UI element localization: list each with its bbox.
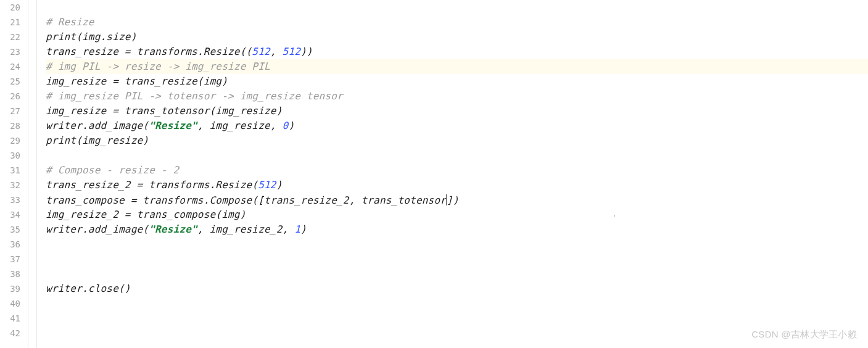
code-line[interactable]: print(img.size): [46, 30, 868, 44]
line-number: 37: [0, 252, 28, 267]
line-number-gutter: 2021222324252627282930313233343536373839…: [0, 0, 28, 348]
code-token: transforms: [137, 46, 197, 57]
code-token: img: [82, 31, 101, 43]
code-token: .: [101, 31, 107, 43]
code-token: (: [197, 75, 204, 87]
code-line[interactable]: writer.close(): [46, 281, 868, 296]
code-token: (: [143, 120, 149, 131]
code-line[interactable]: [46, 326, 868, 341]
code-line[interactable]: print(img_resize): [46, 133, 868, 148]
line-number: 23: [0, 44, 28, 59]
line-number: 20: [0, 0, 28, 15]
code-line[interactable]: # Resize: [46, 15, 868, 30]
text-cursor: [446, 194, 447, 205]
code-token: .: [210, 179, 216, 191]
code-token: "Resize": [149, 120, 197, 131]
line-number: 38: [0, 267, 28, 281]
watermark-text: CSDN @吉林大学王小赖: [751, 329, 857, 341]
code-token: ]: [447, 194, 453, 206]
code-token: Resize: [204, 46, 240, 57]
code-token: print: [46, 135, 76, 146]
code-token: (: [210, 105, 216, 117]
code-area[interactable]: # Resizeprint(img.size)trans_resize = tr…: [37, 0, 868, 348]
artifact-dot: [614, 215, 615, 217]
code-token: ,: [283, 223, 295, 235]
code-token: (: [76, 135, 82, 146]
code-token: trans_totensor: [361, 194, 446, 206]
line-number: 30: [0, 148, 28, 163]
code-token: img_resize_2: [46, 209, 125, 220]
code-line[interactable]: [46, 296, 868, 311]
code-token: img_resize: [82, 135, 143, 146]
code-token: [: [258, 194, 264, 206]
line-number: 24: [0, 59, 28, 74]
code-line[interactable]: [46, 148, 868, 163]
code-line[interactable]: img_resize_2 = trans_compose(img): [46, 207, 868, 222]
code-token: (: [143, 223, 149, 235]
line-number: 42: [0, 326, 28, 341]
code-token: .: [82, 120, 88, 131]
code-token: .: [197, 46, 204, 57]
code-token: (: [252, 179, 258, 191]
code-token: ): [240, 209, 246, 220]
code-token: (: [215, 209, 221, 220]
code-token: ): [300, 223, 307, 235]
code-token: ,: [197, 223, 210, 235]
code-token: img_resize: [46, 75, 112, 87]
code-token: trans_resize_2: [46, 179, 137, 191]
code-line[interactable]: img_resize = trans_totensor(img_resize): [46, 104, 868, 118]
code-token: img_resize: [46, 105, 112, 117]
code-line[interactable]: [46, 311, 868, 326]
code-token: 512: [252, 46, 270, 57]
code-line[interactable]: # Compose - resize - 2: [46, 163, 868, 178]
code-token: .: [82, 223, 88, 235]
code-line[interactable]: # img PIL -> resize -> img_resize PIL: [46, 59, 868, 74]
code-token: (: [252, 194, 258, 206]
line-number: 36: [0, 237, 28, 252]
line-number: 31: [0, 163, 28, 178]
line-number: 41: [0, 311, 28, 326]
code-token: ): [276, 105, 283, 117]
code-token: ((: [240, 46, 252, 57]
code-token: 512: [283, 46, 301, 57]
code-token: # img PIL -> resize -> img_resize PIL: [46, 60, 270, 72]
code-token: trans_compose: [46, 194, 131, 206]
code-line[interactable]: # img_resize PIL -> totensor -> img_resi…: [46, 89, 868, 104]
code-token: 0: [283, 120, 289, 131]
code-token: 1: [294, 223, 300, 235]
code-token: =: [112, 75, 125, 87]
code-token: "Resize": [149, 223, 197, 235]
code-token: .: [204, 194, 210, 206]
code-line[interactable]: [46, 252, 868, 267]
code-line[interactable]: [46, 267, 868, 281]
code-token: =: [112, 105, 125, 117]
code-token: print: [46, 31, 76, 43]
folding-strip: [28, 0, 37, 348]
line-number: 22: [0, 30, 28, 44]
code-token: # Resize: [46, 16, 94, 28]
code-line[interactable]: img_resize = trans_resize(img): [46, 74, 868, 89]
code-token: add_image: [88, 120, 143, 131]
code-token: 512: [258, 179, 276, 191]
line-number: 34: [0, 207, 28, 222]
line-number: 27: [0, 104, 28, 118]
code-token: =: [125, 46, 137, 57]
code-token: # Compose - resize - 2: [46, 164, 179, 176]
code-editor[interactable]: 2021222324252627282930313233343536373839…: [0, 0, 868, 348]
code-line[interactable]: [46, 237, 868, 252]
code-line[interactable]: writer.add_image("Resize", img_resize, 0…: [46, 118, 868, 133]
code-token: )): [300, 46, 313, 57]
code-token: img: [204, 75, 222, 87]
code-token: trans_compose: [137, 209, 216, 220]
code-token: img: [221, 209, 240, 220]
code-token: size: [106, 31, 130, 43]
code-token: writer: [46, 120, 82, 131]
code-line[interactable]: trans_resize_2 = transforms.Resize(512): [46, 178, 868, 193]
code-line[interactable]: [46, 0, 868, 15]
code-token: img_resize: [210, 120, 270, 131]
code-line[interactable]: writer.add_image("Resize", img_resize_2,…: [46, 222, 868, 237]
code-token: img_resize: [215, 105, 276, 117]
code-line[interactable]: trans_compose = transforms.Compose([tran…: [46, 193, 868, 207]
code-line[interactable]: trans_resize = transforms.Resize((512, 5…: [46, 44, 868, 59]
line-number: 32: [0, 178, 28, 193]
